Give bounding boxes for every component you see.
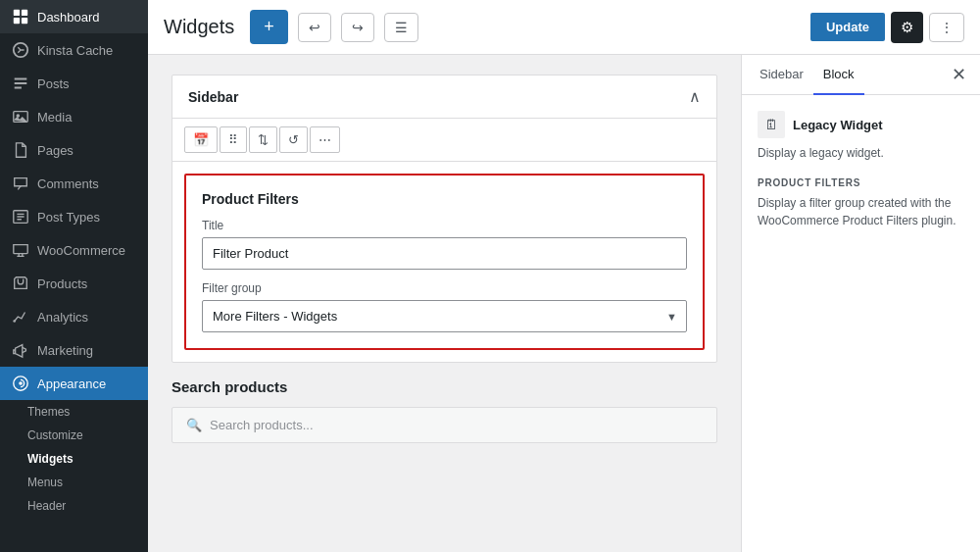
title-field-input[interactable] — [202, 237, 687, 270]
post-types-icon — [12, 208, 29, 226]
legacy-widget-desc: Display a legacy widget. — [758, 144, 964, 162]
sidebar-item-comments[interactable]: Comments — [0, 167, 148, 200]
redo-icon: ↪ — [352, 20, 364, 35]
sidebar-item-post-types[interactable]: Post Types — [0, 200, 148, 233]
tab-block-label: Block — [823, 67, 855, 81]
more-options-button[interactable]: ⋮ — [929, 13, 964, 42]
undo-button[interactable]: ↩ — [298, 13, 331, 42]
right-panel: Sidebar Block ✕ 🗓 Legacy Widget — [741, 55, 980, 552]
legacy-widget-title: Legacy Widget — [793, 118, 883, 132]
sidebar-item-header[interactable]: Header — [0, 494, 148, 518]
sidebar-item-menus[interactable]: Menus — [0, 471, 148, 494]
settings-button[interactable]: ⚙ — [891, 12, 923, 43]
calendar-tool-button[interactable]: 📅 — [184, 126, 218, 153]
marketing-icon — [12, 341, 29, 359]
gear-icon: ⚙ — [901, 19, 913, 36]
title-field-label: Title — [202, 219, 687, 232]
svg-rect-0 — [14, 10, 20, 16]
close-icon: ✕ — [952, 65, 966, 84]
svg-point-8 — [13, 320, 16, 323]
sidebar-item-media[interactable]: Media — [0, 100, 148, 133]
add-block-button[interactable]: + — [250, 10, 288, 44]
panel-body: 🗓 Legacy Widget Display a legacy widget.… — [742, 95, 980, 552]
plus-icon: + — [264, 17, 274, 37]
sidebar-item-label: Media — [37, 110, 72, 125]
product-filters-widget: Product Filters Title Filter group More … — [184, 174, 705, 350]
sidebar-item-pages[interactable]: Pages — [0, 133, 148, 167]
legacy-widget-section: 🗓 Legacy Widget Display a legacy widget. — [758, 111, 964, 162]
sidebar-item-kinsta[interactable]: Kinsta Cache — [0, 33, 148, 67]
content-area: Sidebar ∧ 📅 ⠿ ⇅ ↺ — [148, 55, 980, 552]
sidebar-item-label: Customize — [27, 428, 83, 442]
tab-sidebar[interactable]: Sidebar — [750, 55, 813, 95]
tab-sidebar-label: Sidebar — [760, 67, 804, 81]
move-up-down-button[interactable]: ⇅ — [249, 126, 277, 153]
search-widget: Search products 🔍 Search products... — [172, 378, 717, 443]
calendar-icon: 📅 — [193, 132, 209, 147]
sidebar-item-themes[interactable]: Themes — [0, 400, 148, 424]
dots-icon: ⋯ — [318, 132, 331, 147]
panel-tabs: Sidebar Block ✕ — [742, 55, 980, 95]
sidebar-item-analytics[interactable]: Analytics — [0, 300, 148, 333]
svg-rect-1 — [22, 10, 27, 16]
sidebar-item-label: Products — [37, 276, 87, 291]
sidebar-item-label: Marketing — [37, 343, 93, 358]
sidebar-item-woocommerce[interactable]: WooCommerce — [0, 233, 148, 267]
sidebar-section-title: Sidebar — [188, 89, 238, 105]
update-button[interactable]: Update — [810, 13, 885, 41]
sidebar-item-appearance[interactable]: Appearance — [0, 367, 148, 400]
sidebar-item-customize[interactable]: Customize — [0, 424, 148, 447]
filter-group-select[interactable]: More Filters - Widgets Default Filter Gr… — [202, 300, 687, 332]
sidebar-item-label: Posts — [37, 76, 70, 91]
top-bar: Widgets + ↩ ↪ ☰ Update ⚙ ⋮ — [148, 0, 980, 55]
analytics-icon — [12, 308, 29, 326]
comments-icon — [12, 175, 29, 192]
kinsta-icon — [12, 41, 29, 59]
sidebar-item-label: Themes — [27, 405, 70, 419]
top-bar-right: Update ⚙ ⋮ — [810, 12, 964, 43]
filter-group-select-wrap: More Filters - Widgets Default Filter Gr… — [202, 300, 687, 332]
close-panel-button[interactable]: ✕ — [946, 60, 972, 89]
main-wrap: Widgets + ↩ ↪ ☰ Update ⚙ ⋮ — [148, 0, 980, 552]
tab-block[interactable]: Block — [813, 55, 864, 95]
search-widget-title: Search products — [172, 378, 717, 395]
redo-button[interactable]: ↪ — [341, 13, 374, 42]
sidebar-item-label: Kinsta Cache — [37, 43, 113, 58]
woocommerce-icon — [12, 241, 29, 259]
svg-rect-2 — [14, 18, 20, 24]
widget-toolbar: 📅 ⠿ ⇅ ↺ ⋯ — [172, 119, 716, 162]
pages-icon — [12, 141, 29, 159]
tools-button[interactable]: ☰ — [384, 13, 418, 42]
sidebar-item-label: Widgets — [27, 452, 74, 466]
legacy-widget-icon: 🗓 — [758, 111, 785, 138]
sidebar-item-posts[interactable]: Posts — [0, 67, 148, 100]
product-filters-label: PRODUCT FILTERS — [758, 177, 964, 188]
tools-icon: ☰ — [395, 20, 408, 35]
page-title: Widgets — [164, 16, 234, 38]
sidebar: Dashboard Kinsta Cache Posts Media Pages… — [0, 0, 148, 552]
sidebar-section: Sidebar ∧ 📅 ⠿ ⇅ ↺ — [172, 75, 717, 363]
collapse-button[interactable]: ∧ — [689, 87, 701, 106]
editor-area: Sidebar ∧ 📅 ⠿ ⇅ ↺ — [148, 55, 741, 552]
more-block-options-button[interactable]: ⋯ — [310, 126, 340, 153]
sidebar-item-widgets[interactable]: Widgets — [0, 447, 148, 471]
sidebar-item-label: Analytics — [37, 310, 88, 325]
dashboard-icon — [12, 8, 29, 25]
widget-block-title: Product Filters — [202, 191, 687, 207]
legacy-widget-header: 🗓 Legacy Widget — [758, 111, 964, 138]
transform-icon: ↺ — [288, 132, 299, 147]
sidebar-item-products[interactable]: Products — [0, 267, 148, 300]
drag-handle-button[interactable]: ⠿ — [220, 126, 247, 153]
svg-rect-3 — [22, 18, 27, 24]
transform-button[interactable]: ↺ — [279, 126, 308, 153]
more-icon: ⋮ — [940, 20, 954, 35]
sidebar-item-label: Dashboard — [37, 10, 100, 25]
sidebar-item-dashboard[interactable]: Dashboard — [0, 0, 148, 33]
search-input-wrap: 🔍 Search products... — [172, 407, 717, 443]
sidebar-item-marketing[interactable]: Marketing — [0, 333, 148, 367]
sidebar-item-label: Header — [27, 499, 66, 513]
appearance-icon — [12, 375, 29, 392]
filter-group-label: Filter group — [202, 281, 687, 295]
calendar-legacy-icon: 🗓 — [764, 117, 778, 132]
product-filters-section: PRODUCT FILTERS Display a filter group c… — [758, 177, 964, 229]
